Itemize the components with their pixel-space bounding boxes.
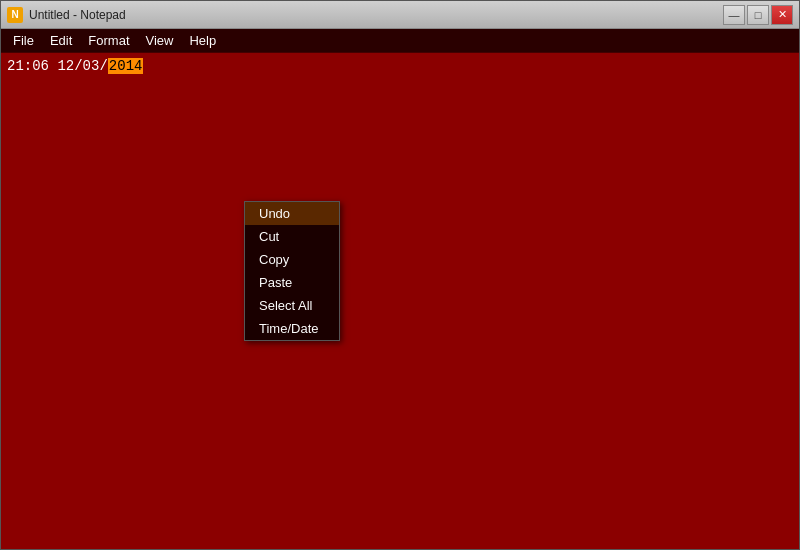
menu-format[interactable]: Format [80,30,137,52]
timestamp-text: 21:06 12/03/ [7,58,108,74]
context-menu-select-all[interactable]: Select All [245,294,339,317]
context-menu-copy[interactable]: Copy [245,248,339,271]
context-menu-time-date[interactable]: Time/Date [245,317,339,340]
year-highlight: 2014 [108,58,144,74]
window-controls: — □ ✕ [723,5,793,25]
minimize-button[interactable]: — [723,5,745,25]
menu-edit[interactable]: Edit [42,30,80,52]
menu-view[interactable]: View [138,30,182,52]
app-icon: N [7,7,23,23]
menu-file[interactable]: File [5,30,42,52]
menu-bar: File Edit Format View Help [1,29,799,53]
notepad-window: N Untitled - Notepad — □ ✕ File Edit For… [0,0,800,550]
editor-area[interactable]: 21:06 12/03/2014 Undo Cut Copy Paste Sel… [1,53,799,549]
close-button[interactable]: ✕ [771,5,793,25]
menu-help[interactable]: Help [181,30,224,52]
editor-content: 21:06 12/03/2014 [7,57,793,77]
window-title: Untitled - Notepad [29,8,723,22]
context-menu-undo[interactable]: Undo [245,202,339,225]
context-menu-paste[interactable]: Paste [245,271,339,294]
context-menu-cut[interactable]: Cut [245,225,339,248]
maximize-button[interactable]: □ [747,5,769,25]
context-menu: Undo Cut Copy Paste Select All Time/Date [244,201,340,341]
title-bar: N Untitled - Notepad — □ ✕ [1,1,799,29]
